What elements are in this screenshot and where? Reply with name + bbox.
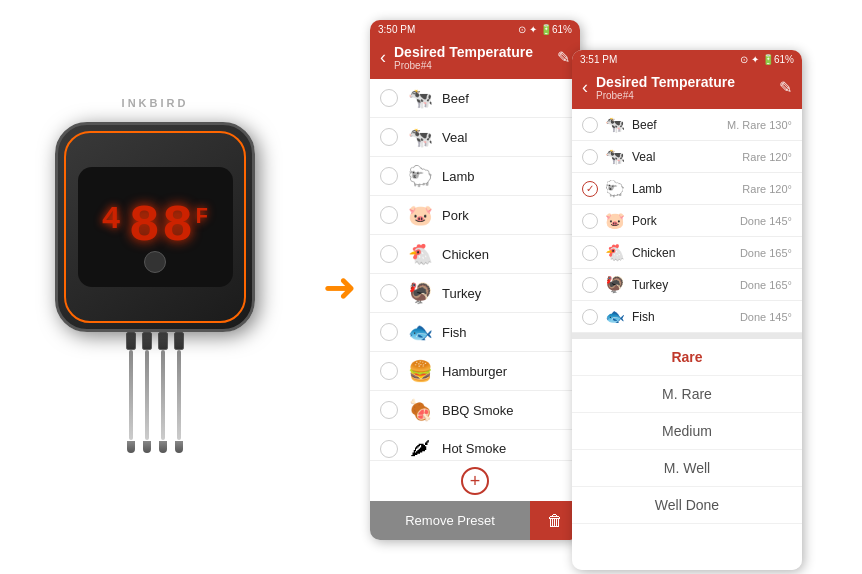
- header-title-block-1: Desired Temperature Probe#4: [394, 44, 549, 71]
- phone-header-1: ‹ Desired Temperature Probe#4 ✎: [370, 38, 580, 79]
- device-section: INKBIRD 4 88 F: [0, 0, 310, 574]
- item-label: Lamb: [442, 169, 570, 184]
- probe-3: [158, 332, 168, 453]
- menu-list-1: 🐄 Beef 🐄 Veal 🐑 Lamb 🐷 Pork 🐔 Chicken 🦃 …: [370, 79, 580, 460]
- add-btn-row: +: [370, 460, 580, 501]
- arrow-section: ➜: [310, 264, 370, 310]
- item-check2: [582, 309, 598, 325]
- item-emoji: 🐔: [406, 242, 434, 266]
- item-emoji: 🌶: [406, 437, 434, 460]
- temp-unit: F: [195, 205, 208, 230]
- item-check2: [582, 245, 598, 261]
- menu-item2-chicken[interactable]: 🐔 Chicken Done 165°: [572, 237, 802, 269]
- item-emoji: 🍖: [406, 398, 434, 422]
- item-temp: Done 165°: [740, 247, 792, 259]
- item-check: [380, 362, 398, 380]
- item-emoji2: 🐄: [604, 147, 626, 166]
- menu-item-pork[interactable]: 🐷 Pork: [370, 196, 580, 235]
- menu-item-bbq-smoke[interactable]: 🍖 BBQ Smoke: [370, 391, 580, 430]
- menu-item2-turkey[interactable]: 🦃 Turkey Done 165°: [572, 269, 802, 301]
- screen-2: 3:51 PM ⊙ ✦ 🔋61% ‹ Desired Temperature P…: [572, 50, 802, 570]
- item-label2: Beef: [632, 118, 721, 132]
- item-label: Pork: [442, 208, 570, 223]
- device-wrapper: INKBIRD 4 88 F: [55, 122, 255, 453]
- back-button-2[interactable]: ‹: [582, 77, 588, 98]
- item-emoji: 🐷: [406, 203, 434, 227]
- item-emoji: 🐄: [406, 86, 434, 110]
- sub-menu-item-medium[interactable]: Medium: [572, 413, 802, 450]
- item-emoji2: 🦃: [604, 275, 626, 294]
- item-check: [380, 128, 398, 146]
- item-check2: [582, 117, 598, 133]
- item-label2: Lamb: [632, 182, 736, 196]
- item-label: Turkey: [442, 286, 570, 301]
- item-label: BBQ Smoke: [442, 403, 570, 418]
- item-emoji: 🍔: [406, 359, 434, 383]
- item-emoji: 🐟: [406, 320, 434, 344]
- menu-item-chicken[interactable]: 🐔 Chicken: [370, 235, 580, 274]
- menu-item-fish[interactable]: 🐟 Fish: [370, 313, 580, 352]
- item-temp: Done 145°: [740, 215, 792, 227]
- remove-preset-button[interactable]: Remove Preset: [370, 501, 530, 540]
- menu-item-lamb[interactable]: 🐑 Lamb: [370, 157, 580, 196]
- item-check: [380, 245, 398, 263]
- header-subtitle-2: Probe#4: [596, 90, 771, 101]
- probe-tip: [127, 441, 135, 453]
- item-label: Chicken: [442, 247, 570, 262]
- menu-item-hot-smoke[interactable]: 🌶 Hot Smoke: [370, 430, 580, 460]
- edit-button-1[interactable]: ✎: [557, 48, 570, 67]
- menu-item2-lamb[interactable]: ✓ 🐑 Lamb Rare 120°: [572, 173, 802, 205]
- menu-item-turkey[interactable]: 🦃 Turkey: [370, 274, 580, 313]
- item-check: [380, 323, 398, 341]
- header-title-2: Desired Temperature: [596, 74, 771, 90]
- item-emoji: 🦃: [406, 281, 434, 305]
- item-temp: M. Rare 130°: [727, 119, 792, 131]
- menu-item2-fish[interactable]: 🐟 Fish Done 145°: [572, 301, 802, 333]
- temperature-display: 88: [129, 201, 195, 253]
- probe-tip: [175, 441, 183, 453]
- item-emoji2: 🐄: [604, 115, 626, 134]
- item-label: Hamburger: [442, 364, 570, 379]
- probe-tip: [143, 441, 151, 453]
- item-label2: Turkey: [632, 278, 734, 292]
- menu-item-beef[interactable]: 🐄 Beef: [370, 79, 580, 118]
- probe-tip: [159, 441, 167, 453]
- item-check: [380, 167, 398, 185]
- probe-connector: [174, 332, 184, 350]
- menu-item-hamburger[interactable]: 🍔 Hamburger: [370, 352, 580, 391]
- probe-connector: [142, 332, 152, 350]
- device-body: INKBIRD 4 88 F: [55, 122, 255, 332]
- status-time-1: 3:50 PM: [378, 24, 415, 35]
- probe-number: 4: [102, 201, 121, 238]
- item-label: Beef: [442, 91, 570, 106]
- item-check: [380, 440, 398, 458]
- back-button-1[interactable]: ‹: [380, 47, 386, 68]
- item-label: Fish: [442, 325, 570, 340]
- status-time-2: 3:51 PM: [580, 54, 617, 65]
- item-temp: Rare 120°: [742, 151, 792, 163]
- edit-button-2[interactable]: ✎: [779, 78, 792, 97]
- menu-list-2: 🐄 Beef M. Rare 130° 🐄 Veal Rare 120° ✓ 🐑…: [572, 109, 802, 333]
- probe-1: [126, 332, 136, 453]
- arrow-icon: ➜: [323, 264, 357, 310]
- menu-item-veal[interactable]: 🐄 Veal: [370, 118, 580, 157]
- probe-cable: [177, 350, 181, 440]
- item-label: Veal: [442, 130, 570, 145]
- item-check: [380, 401, 398, 419]
- device-button[interactable]: [144, 251, 166, 273]
- sub-menu: RareM. RareMediumM. WellWell Done: [572, 339, 802, 570]
- menu-item2-pork[interactable]: 🐷 Pork Done 145°: [572, 205, 802, 237]
- item-emoji2: 🐑: [604, 179, 626, 198]
- item-temp: Done 165°: [740, 279, 792, 291]
- sub-menu-item-rare[interactable]: Rare: [572, 339, 802, 376]
- item-label: Hot Smoke: [442, 441, 570, 456]
- sub-menu-item-m-well[interactable]: M. Well: [572, 450, 802, 487]
- sub-menu-item-m-rare[interactable]: M. Rare: [572, 376, 802, 413]
- add-item-button[interactable]: +: [461, 467, 489, 495]
- item-emoji2: 🐟: [604, 307, 626, 326]
- item-check2: [582, 149, 598, 165]
- item-emoji: 🐄: [406, 125, 434, 149]
- sub-menu-item-well-done[interactable]: Well Done: [572, 487, 802, 524]
- menu-item2-beef[interactable]: 🐄 Beef M. Rare 130°: [572, 109, 802, 141]
- menu-item2-veal[interactable]: 🐄 Veal Rare 120°: [572, 141, 802, 173]
